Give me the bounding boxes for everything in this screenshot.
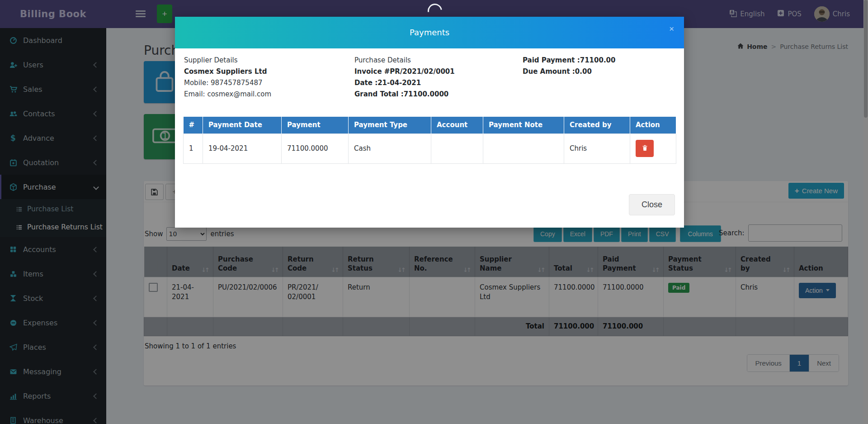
trash-icon: [642, 144, 648, 153]
payment-num: 1: [184, 133, 203, 163]
modal-close-button[interactable]: Close: [629, 194, 675, 215]
payment-details: Supplier Details Cosmex Suppliers Ltd Mo…: [175, 55, 684, 100]
modal-title: Payments: [175, 17, 684, 48]
col-payment: Payment: [282, 117, 349, 133]
col-created-by: Created by: [564, 117, 630, 133]
payments-modal: Payments × Supplier Details Cosmex Suppl…: [175, 17, 684, 228]
payments-header-row: # Payment Date Payment Payment Type Acco…: [184, 117, 676, 133]
paid-payment: Paid Payment :71100.00: [523, 55, 615, 66]
payment-summary: Paid Payment :71100.00 Due Amount :0.00: [523, 55, 615, 100]
col-action: Action: [630, 117, 676, 133]
supplier-email: Email: cosmex@mail.com: [184, 89, 354, 100]
col-payment-type: Payment Type: [349, 117, 431, 133]
payment-account: [431, 133, 483, 163]
col-payment-note: Payment Note: [483, 117, 564, 133]
close-icon[interactable]: ×: [669, 24, 674, 33]
app-window: Billing Book + A English POS Chris: [0, 0, 868, 424]
supplier-mobile: Mobile: 987457875487: [184, 77, 354, 89]
supplier-details: Supplier Details Cosmex Suppliers Ltd Mo…: [184, 55, 354, 100]
delete-payment-button[interactable]: [636, 140, 654, 157]
modal-header: Payments ×: [175, 17, 684, 48]
payment-type: Cash: [349, 133, 431, 163]
purchase-grand-total: Grand Total :71100.0000: [354, 89, 523, 100]
payment-amount: 71100.0000: [282, 133, 349, 163]
col-num: #: [184, 117, 203, 133]
payment-note: [483, 133, 564, 163]
purchase-details: Purchase Details Invoice #PR/2021/02/000…: [354, 55, 523, 100]
payment-date: 19-04-2021: [203, 133, 282, 163]
due-amount: Due Amount :0.00: [523, 66, 615, 77]
payments-table: # Payment Date Payment Payment Type Acco…: [183, 117, 676, 164]
supplier-name: Cosmex Suppliers Ltd: [184, 66, 354, 77]
payment-created-by: Chris: [564, 133, 630, 163]
purchase-date: Date :21-04-2021: [354, 77, 523, 89]
supplier-details-heading: Supplier Details: [184, 55, 354, 66]
col-payment-date: Payment Date: [203, 117, 282, 133]
payment-action-cell: [630, 133, 676, 163]
payment-row: 1 19-04-2021 71100.0000 Cash Chris: [184, 133, 676, 163]
purchase-details-heading: Purchase Details: [354, 55, 523, 66]
col-account: Account: [431, 117, 483, 133]
purchase-invoice: Invoice #PR/2021/02/0001: [354, 66, 523, 77]
